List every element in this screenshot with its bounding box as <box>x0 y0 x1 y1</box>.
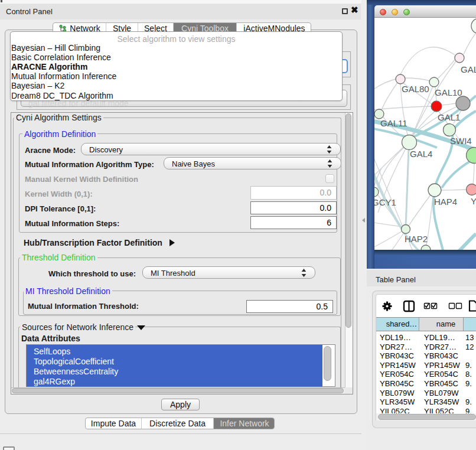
svg-text:GCY1: GCY1 <box>374 197 396 207</box>
svg-text:GAL10: GAL10 <box>435 87 462 97</box>
svg-text:HAP4: HAP4 <box>434 197 457 207</box>
svg-text:GAL1: GAL1 <box>438 112 460 122</box>
svg-text:SWI4: SWI4 <box>450 136 472 146</box>
svg-text:GAL80: GAL80 <box>402 84 429 94</box>
svg-text:HAP2: HAP2 <box>405 234 428 244</box>
svg-text:GAL8: GAL8 <box>461 64 476 74</box>
svg-text:Y: Y <box>471 196 476 206</box>
svg-text:GAL11: GAL11 <box>380 118 407 128</box>
svg-text:GAL4: GAL4 <box>410 149 432 159</box>
